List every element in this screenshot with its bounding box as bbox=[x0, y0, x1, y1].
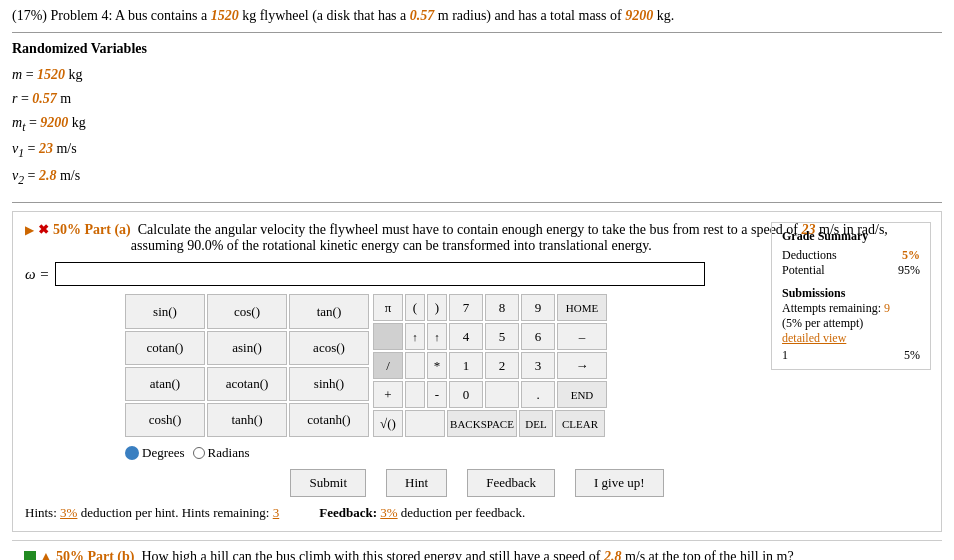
score-num: 1 bbox=[782, 348, 788, 363]
green-square-icon bbox=[24, 551, 36, 560]
radians-text: Radians bbox=[208, 445, 250, 461]
tanh-btn[interactable]: tanh() bbox=[207, 403, 287, 437]
atan-btn[interactable]: atan() bbox=[125, 367, 205, 401]
empty-w bbox=[485, 381, 519, 408]
btn-9[interactable]: 9 bbox=[521, 294, 555, 321]
score-row: 1 5% bbox=[782, 348, 920, 363]
plus-btn[interactable]: + bbox=[373, 381, 403, 408]
hints-feedback-row: Hints: 3% deduction per hint. Hints rema… bbox=[25, 505, 929, 521]
submit-button[interactable]: Submit bbox=[290, 469, 366, 497]
hint-button[interactable]: Hint bbox=[386, 469, 447, 497]
degrees-text: Degrees bbox=[142, 445, 185, 461]
btn-7[interactable]: 7 bbox=[449, 294, 483, 321]
tan-btn[interactable]: tan() bbox=[289, 294, 369, 328]
grade-summary-box: Grade Summary Deductions 5% Potential 95… bbox=[771, 222, 931, 370]
empty3-btn[interactable] bbox=[405, 381, 425, 408]
btn-4[interactable]: 4 bbox=[449, 323, 483, 350]
warning-triangle-icon: ▲ bbox=[40, 549, 52, 560]
part-a-label: Part (a) bbox=[85, 222, 131, 238]
randomized-title: Randomized Variables bbox=[12, 41, 942, 57]
up-arrow2-btn[interactable]: ↑ bbox=[427, 323, 447, 350]
problem-header: (17%) Problem 4: A bus contains a bbox=[12, 8, 211, 23]
potential-row: Potential 95% bbox=[782, 263, 920, 278]
radians-label[interactable]: Radians bbox=[193, 445, 250, 461]
x-icon: ✖ bbox=[38, 222, 49, 238]
sin-btn[interactable]: sin() bbox=[125, 294, 205, 328]
cosh-btn[interactable]: cosh() bbox=[125, 403, 205, 437]
btn-6[interactable]: 6 bbox=[521, 323, 555, 350]
hints-pct-link[interactable]: 3% bbox=[60, 505, 77, 520]
omega-input[interactable] bbox=[55, 262, 705, 286]
part-a-container: Grade Summary Deductions 5% Potential 95… bbox=[12, 211, 942, 532]
right-arrow-btn[interactable]: → bbox=[557, 352, 607, 379]
part-b-percent: 50% bbox=[56, 549, 84, 560]
omega-label: ω = bbox=[25, 266, 49, 283]
feedback-button[interactable]: Feedback bbox=[467, 469, 555, 497]
multiply-btn[interactable]: * bbox=[427, 352, 447, 379]
dot-btn[interactable]: . bbox=[521, 381, 555, 408]
radians-radio-empty bbox=[193, 447, 205, 459]
grade-summary-title: Grade Summary bbox=[782, 229, 920, 244]
btn-8[interactable]: 8 bbox=[485, 294, 519, 321]
divider-1 bbox=[12, 32, 942, 33]
minus-btn[interactable]: - bbox=[427, 381, 447, 408]
degrees-radians-row: Degrees Radians bbox=[125, 445, 929, 461]
part-b-icons: ▲ bbox=[24, 549, 52, 560]
feedback-pct-link[interactable]: 3% bbox=[380, 505, 397, 520]
home-btn[interactable]: HOME bbox=[557, 294, 607, 321]
acotan-btn[interactable]: acotan() bbox=[207, 367, 287, 401]
empty2-btn[interactable] bbox=[405, 352, 425, 379]
detailed-view-link[interactable]: detailed view bbox=[782, 331, 920, 346]
var-v1: v1 = 23 m/s bbox=[12, 137, 942, 164]
total-mass: 9200 bbox=[625, 8, 653, 23]
btn-2[interactable]: 2 bbox=[485, 352, 519, 379]
end-btn[interactable]: END bbox=[557, 381, 607, 408]
btn-3[interactable]: 3 bbox=[521, 352, 555, 379]
divider-2 bbox=[12, 202, 942, 203]
deductions-label: Deductions bbox=[782, 248, 837, 263]
cotanh-btn[interactable]: cotanh() bbox=[289, 403, 369, 437]
give-up-button[interactable]: I give up! bbox=[575, 469, 664, 497]
attempts-remaining: Attempts remaining: 9 bbox=[782, 301, 920, 316]
per-attempt: (5% per attempt) bbox=[782, 316, 920, 331]
flywheel-mass: 1520 bbox=[211, 8, 239, 23]
play-icon: ▶ bbox=[25, 223, 34, 238]
left-arrow-btn[interactable]: – bbox=[557, 323, 607, 350]
part-b-section: ▲ 50% Part (b) How high a hill can the b… bbox=[12, 540, 942, 560]
sqrt-btn[interactable]: √() bbox=[373, 410, 403, 437]
btn-0[interactable]: 0 bbox=[449, 381, 483, 408]
dark1-btn[interactable] bbox=[373, 323, 403, 350]
variable-list: m = 1520 kg r = 0.57 m mt = 9200 kg v1 =… bbox=[12, 63, 942, 190]
slash-btn[interactable]: / bbox=[373, 352, 403, 379]
hints-text: Hints: 3% deduction per hint. Hints rema… bbox=[25, 505, 279, 521]
submissions-title: Submissions bbox=[782, 286, 920, 301]
var-v2: v2 = 2.8 m/s bbox=[12, 164, 942, 191]
part-b-label: Part (b) bbox=[87, 549, 134, 560]
asin-btn[interactable]: asin() bbox=[207, 331, 287, 365]
btn-1[interactable]: 1 bbox=[449, 352, 483, 379]
acos-btn[interactable]: acos() bbox=[289, 331, 369, 365]
sinh-btn[interactable]: sinh() bbox=[289, 367, 369, 401]
var-m: m = 1520 kg bbox=[12, 63, 942, 87]
del-btn[interactable]: DEL bbox=[519, 410, 553, 437]
cotan-btn[interactable]: cotan() bbox=[125, 331, 205, 365]
open-paren-btn[interactable]: ( bbox=[405, 294, 425, 321]
part-a-icons: ▶ ✖ bbox=[25, 222, 49, 238]
part-a-percent: 50% bbox=[53, 222, 81, 238]
deductions-val: 5% bbox=[902, 248, 920, 263]
backspace-btn[interactable]: BACKSPACE bbox=[447, 410, 517, 437]
hints-remaining-link[interactable]: 3 bbox=[273, 505, 280, 520]
clear-btn[interactable]: CLEAR bbox=[555, 410, 605, 437]
potential-label: Potential bbox=[782, 263, 825, 278]
degrees-label[interactable]: Degrees bbox=[125, 445, 185, 461]
empty4-btn bbox=[405, 410, 445, 437]
feedback-text: Feedback: 3% deduction per feedback. bbox=[319, 505, 525, 521]
cos-btn[interactable]: cos() bbox=[207, 294, 287, 328]
part-b-description: How high a hill can the bus climb with t… bbox=[134, 549, 793, 560]
up-arrow-btn[interactable]: ↑ bbox=[405, 323, 425, 350]
var-r: r = 0.57 m bbox=[12, 87, 942, 111]
deductions-row: Deductions 5% bbox=[782, 248, 920, 263]
close-paren-btn[interactable]: ) bbox=[427, 294, 447, 321]
btn-5[interactable]: 5 bbox=[485, 323, 519, 350]
pi-btn[interactable]: π bbox=[373, 294, 403, 321]
